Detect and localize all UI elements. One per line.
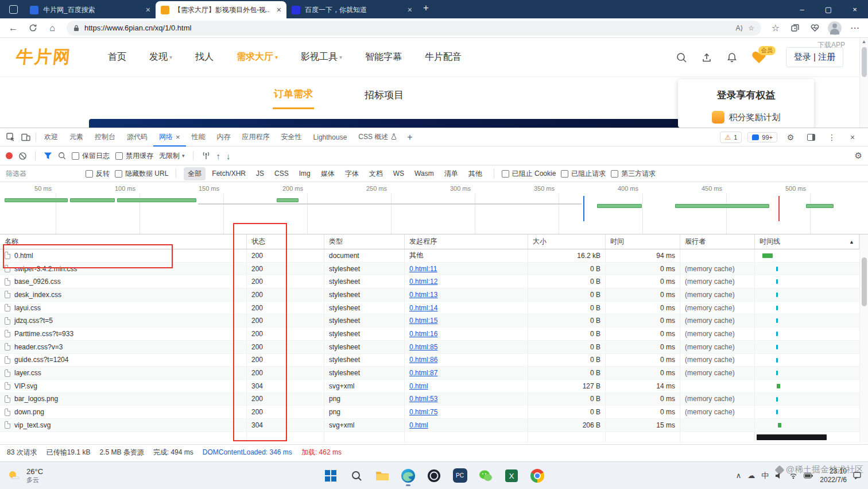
initiator-link[interactable]: 0.html:16 — [409, 330, 437, 338]
ime-indicator[interactable]: 中 — [761, 471, 769, 481]
browser-tab[interactable]: 百度一下，你就知道× — [286, 1, 417, 18]
pc-app-button[interactable]: PC — [450, 464, 470, 487]
column-header[interactable]: 时间线▲ — [755, 234, 859, 249]
column-header[interactable]: 发起程序 — [405, 234, 528, 249]
devtools-tab[interactable]: 源代码 — [121, 128, 153, 147]
devtools-tab[interactable]: 欢迎 — [38, 128, 64, 147]
scroll-up-icon[interactable]: ▲ — [862, 39, 866, 44]
third-party-checkbox[interactable]: 第三方请求 — [611, 169, 656, 179]
import-har-icon[interactable]: ↑ — [216, 151, 221, 161]
inspect-element-icon[interactable] — [3, 130, 18, 145]
url-text[interactable]: https://www.6pian.cn/xq/1/0.html — [84, 24, 731, 32]
tab-close-icon[interactable]: × — [408, 5, 412, 14]
vip-member-icon[interactable]: 会员 — [751, 51, 766, 64]
disable-cache-checkbox[interactable]: 禁用缓存 — [115, 151, 153, 161]
initiator-link[interactable]: 0.html:13 — [409, 291, 437, 299]
search-button[interactable] — [58, 152, 66, 160]
initiator-link[interactable]: 0.html — [409, 382, 428, 390]
column-header[interactable]: 名称 — [0, 234, 247, 249]
clear-button[interactable] — [18, 152, 27, 160]
add-favorite-icon[interactable]: ☆ — [748, 24, 754, 32]
devtools-tab[interactable]: 控制台 — [89, 128, 121, 147]
network-conditions-icon[interactable] — [202, 152, 211, 160]
notifications-bell-icon[interactable] — [726, 52, 738, 63]
network-request-row[interactable]: desk_index.css200stylesheet0.html:130 B0… — [0, 288, 859, 302]
network-request-row[interactable]: layui.css200stylesheet0.html:140 B0 ms(m… — [0, 302, 859, 315]
nav-item[interactable]: 影视工具▾ — [301, 51, 342, 63]
devtools-tab[interactable]: 元素 — [64, 128, 89, 147]
device-toolbar-icon[interactable] — [18, 130, 33, 145]
scrollbar-thumb[interactable] — [862, 257, 867, 306]
taskbar-weather[interactable]: 26°C 多云 — [0, 467, 126, 484]
obs-button[interactable] — [424, 464, 444, 487]
upload-icon[interactable] — [701, 52, 712, 63]
back-button[interactable]: ← — [5, 20, 22, 36]
browser-tab[interactable]: 【需求大厅】影视项目外包-视..× — [156, 1, 286, 18]
login-register-button[interactable]: 登录 | 注册 — [786, 47, 843, 67]
network-overview[interactable]: 50 ms100 ms150 ms200 ms250 ms300 ms350 m… — [0, 182, 868, 234]
network-request-row[interactable]: vip_text.svg304svg+xml0.html206 B15 ms — [0, 419, 859, 432]
profile-avatar[interactable] — [828, 21, 842, 35]
minimize-button[interactable]: – — [789, 0, 815, 18]
devtools-tab[interactable]: 内存 — [211, 128, 237, 147]
network-request-row[interactable]: header.css?v=3200stylesheet0.html:850 B0… — [0, 341, 859, 354]
filter-pill[interactable]: 媒体 — [317, 167, 339, 180]
network-request-row[interactable] — [0, 432, 859, 442]
address-bar[interactable]: https://www.6pian.cn/xq/1/0.html A⟩ ☆ — [67, 21, 761, 36]
tray-chevron-up-icon[interactable]: ∧ — [736, 471, 742, 480]
devtools-tab[interactable]: 网络× — [153, 128, 186, 147]
collections-icon[interactable] — [786, 20, 804, 36]
network-request-row[interactable]: swiper-3.4.2.min.css200stylesheet0.html:… — [0, 263, 859, 276]
column-header[interactable]: 类型 — [324, 234, 405, 249]
tab-actions-icon[interactable] — [9, 5, 18, 14]
devtools-tab[interactable]: Lighthouse — [308, 128, 353, 147]
filter-pill[interactable]: 文档 — [365, 167, 387, 180]
refresh-button[interactable] — [24, 20, 41, 36]
taskbar-clock[interactable]: 23:10 2022/7/6 — [820, 467, 847, 484]
initiator-link[interactable]: 0.html:87 — [409, 369, 437, 377]
maximize-button[interactable]: ▢ — [815, 0, 842, 18]
initiator-link[interactable]: 0.html:15 — [409, 317, 437, 325]
hide-data-url-checkbox[interactable]: 隐藏数据 URL — [115, 169, 168, 179]
nav-item[interactable]: 首页 — [108, 51, 126, 63]
network-request-row[interactable]: guide.css?t=1204200stylesheet0.html:860 … — [0, 354, 859, 367]
excel-button[interactable]: X — [502, 464, 521, 487]
nav-item[interactable]: 牛片配音 — [425, 51, 462, 63]
site-logo[interactable]: 牛片网 — [15, 45, 72, 69]
devtools-tab[interactable]: 应用程序 — [237, 128, 276, 147]
devtools-tab[interactable]: 性能 — [186, 128, 211, 147]
page-scrollbar[interactable]: ▲ — [859, 38, 868, 128]
network-request-row[interactable]: jdzq.css?t=5200stylesheet0.html:150 B0 m… — [0, 314, 859, 328]
network-request-row[interactable]: down.png200png0.html:750 B0 ms(memory ca… — [0, 406, 859, 419]
filter-button[interactable] — [44, 152, 52, 160]
battery-icon[interactable] — [804, 473, 813, 479]
initiator-link[interactable]: 0.html:11 — [409, 265, 437, 273]
record-button[interactable] — [6, 152, 13, 159]
export-har-icon[interactable]: ↓ — [226, 151, 231, 161]
filter-pill[interactable]: JS — [252, 168, 268, 179]
dock-side-icon[interactable] — [804, 130, 819, 145]
blocked-requests-checkbox[interactable]: 已阻止请求 — [561, 169, 606, 179]
column-header[interactable]: 大小 — [528, 234, 606, 249]
file-explorer-button[interactable] — [373, 464, 392, 487]
warnings-badge[interactable]: ⚠1 — [720, 132, 742, 143]
throttling-select[interactable]: 无限制▾ — [159, 151, 185, 161]
chrome-button[interactable] — [528, 464, 547, 487]
network-request-row[interactable]: bar_logos.png200png0.html:530 B0 ms(memo… — [0, 393, 859, 406]
initiator-link[interactable]: 0.html:14 — [409, 304, 437, 312]
nav-item[interactable]: 发现▾ — [149, 51, 172, 63]
devtools-tab[interactable]: CSS 概述 — [352, 128, 402, 147]
initiator-link[interactable]: 0.html:12 — [409, 278, 437, 286]
network-settings-gear-icon[interactable]: ⚙ — [855, 151, 862, 161]
nav-item[interactable]: 智能字幕 — [365, 51, 402, 63]
read-aloud-icon[interactable]: A⟩ — [736, 24, 743, 32]
column-header[interactable]: 状态 — [247, 234, 324, 249]
card-benefit-row[interactable]: 积分奖励计划 — [678, 111, 814, 124]
column-header[interactable]: 时间 — [606, 234, 680, 249]
filter-pill[interactable]: 其他 — [464, 167, 486, 180]
tab-close-icon[interactable]: × — [176, 133, 180, 141]
filter-pill[interactable]: Fetch/XHR — [208, 168, 250, 179]
tab-close-icon[interactable]: × — [146, 5, 150, 14]
filter-pill[interactable]: 字体 — [341, 167, 363, 180]
more-menu-icon[interactable]: ⋯ — [846, 20, 863, 36]
